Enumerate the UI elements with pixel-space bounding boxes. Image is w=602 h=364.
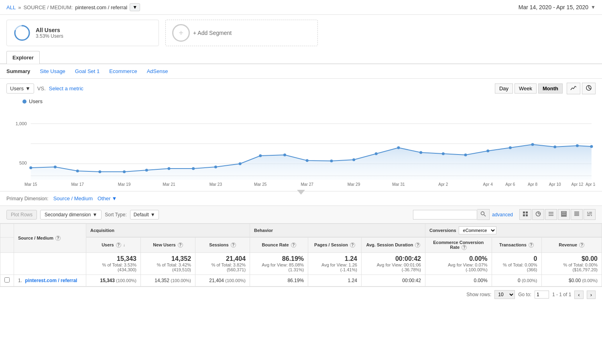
sessions-col-label: Sessions xyxy=(209,242,228,247)
total-sessions-sub: % of Total: 3.82% (560,371) xyxy=(199,262,246,272)
ecommerce-conv-help[interactable]: ? xyxy=(462,245,467,250)
dim-source-medium[interactable]: Source / Medium xyxy=(53,195,93,201)
svg-text:Apr 6: Apr 6 xyxy=(505,182,515,187)
view-pie-btn[interactable] xyxy=(532,209,544,220)
row-bounce-rate-value: 86.19% xyxy=(287,278,304,283)
svg-text:Apr 12: Apr 12 xyxy=(571,182,584,187)
dim-other-dropdown[interactable]: Other ▼ xyxy=(98,195,117,201)
sessions-help[interactable]: ? xyxy=(231,242,236,248)
row-new-users-pct: (100.00%) xyxy=(171,278,191,283)
sessions-col-header[interactable]: Sessions ? xyxy=(195,237,250,253)
total-new-users-cell: 14,352 % of Total: 3.42% (419,510) xyxy=(141,253,195,275)
total-sessions-value: 21,404 xyxy=(226,255,246,262)
svg-point-31 xyxy=(464,154,467,157)
transactions-col-header[interactable]: Transactions ? xyxy=(492,237,541,253)
subnav-summary[interactable]: Summary xyxy=(6,68,30,74)
breadcrumb-value: pinterest.com / referral xyxy=(75,4,127,10)
view-pivot-btn[interactable] xyxy=(558,209,570,220)
transactions-help[interactable]: ? xyxy=(529,242,534,248)
subnav-site-usage[interactable]: Site Usage xyxy=(40,68,65,74)
users-col-header[interactable]: Users ? ↓ xyxy=(86,237,141,253)
sort-dropdown[interactable]: Default ▼ xyxy=(130,210,159,220)
date-range[interactable]: Mar 14, 2020 - Apr 15, 2020 ▼ xyxy=(519,4,596,10)
select-metric-link[interactable]: Select a metric xyxy=(49,85,83,92)
time-btn-day[interactable]: Day xyxy=(495,83,513,94)
row-new-users-value: 14,352 xyxy=(155,278,169,283)
time-btn-month[interactable]: Month xyxy=(538,83,563,94)
view-extra-btn[interactable] xyxy=(584,209,596,220)
row-new-users: 14,352 (100.00%) xyxy=(141,275,195,287)
svg-point-27 xyxy=(375,153,378,155)
svg-point-36 xyxy=(576,144,579,147)
column-headers-row: Users ? ↓ New Users ? Sessions ? Bounce … xyxy=(0,237,602,253)
goto-input[interactable] xyxy=(535,291,549,299)
rows-per-page-select[interactable]: 10 25 50 100 xyxy=(494,290,515,299)
row-source-link[interactable]: pinterest.com / referral xyxy=(25,278,77,283)
secondary-dimension-dropdown[interactable]: Secondary dimension ▼ xyxy=(40,210,102,220)
time-btn-week[interactable]: Week xyxy=(515,83,537,94)
ecommerce-dropdown[interactable]: eCommerce xyxy=(459,226,496,234)
bounce-rate-col-header[interactable]: Bounce Rate ? xyxy=(250,237,308,253)
conversions-label: Conversions xyxy=(429,228,456,233)
row-revenue-pct: (0.00%) xyxy=(582,278,598,283)
svg-point-22 xyxy=(259,155,262,157)
avg-session-help[interactable]: ? xyxy=(415,242,420,248)
ecommerce-conv-col-label: Ecommerce Conversion Rate xyxy=(433,240,484,250)
new-users-col-header[interactable]: New Users ? xyxy=(141,237,195,253)
pages-session-col-header[interactable]: Pages / Session ? xyxy=(308,237,362,253)
pages-session-help[interactable]: ? xyxy=(350,242,355,248)
chart-collapse-handle[interactable] xyxy=(6,190,596,196)
prev-page-button[interactable]: ‹ xyxy=(574,291,583,299)
subnav-goal-set[interactable]: Goal Set 1 xyxy=(75,68,100,74)
total-pages-session-value: 1.24 xyxy=(345,255,357,262)
svg-text:Mar 31: Mar 31 xyxy=(392,182,405,187)
table-controls: Plot Rows Secondary dimension ▼ Sort Typ… xyxy=(0,205,602,224)
svg-point-37 xyxy=(590,145,593,148)
subnav-adsense[interactable]: AdSense xyxy=(147,68,168,74)
segments-bar: All Users 3.53% Users + + Add Segment xyxy=(0,15,602,51)
chart-container: 1,000 500 xyxy=(6,108,596,188)
ecommerce-conv-col-header[interactable]: Ecommerce Conversion Rate ? xyxy=(425,237,492,253)
explorer-tab-bar: Explorer xyxy=(0,51,602,64)
row-revenue: $0.00 (0.00%) xyxy=(541,275,602,287)
new-users-help[interactable]: ? xyxy=(178,242,183,248)
segment-name: All Users xyxy=(36,27,63,33)
svg-point-30 xyxy=(442,153,445,155)
svg-point-55 xyxy=(481,212,484,215)
view-compare-btn[interactable] xyxy=(571,209,583,220)
search-input[interactable] xyxy=(413,210,477,220)
line-chart-btn[interactable] xyxy=(567,83,580,94)
view-table-btn[interactable] xyxy=(519,209,531,220)
source-medium-help[interactable]: ? xyxy=(55,236,61,241)
date-chevron-icon: ▼ xyxy=(591,4,596,10)
total-users-cell: 15,343 % of Total: 3.53% (434,300) xyxy=(86,253,141,275)
bounce-rate-help[interactable]: ? xyxy=(291,242,296,248)
svg-line-4 xyxy=(589,88,591,89)
next-page-button[interactable]: › xyxy=(587,291,596,299)
pie-chart-btn[interactable] xyxy=(582,83,596,94)
revenue-col-header[interactable]: Revenue ? xyxy=(541,237,602,253)
breadcrumb-dropdown[interactable]: ▼ xyxy=(130,3,140,11)
subnav-ecommerce[interactable]: Ecommerce xyxy=(109,68,137,74)
total-avg-session-cell: 00:00:42 Avg for View: 00:01:06 (-36.78%… xyxy=(361,253,425,275)
add-segment-button[interactable]: + + Add Segment xyxy=(165,20,318,46)
breadcrumb: ALL » SOURCE / MEDIUM: pinterest.com / r… xyxy=(6,3,140,11)
avg-session-col-header[interactable]: Avg. Session Duration ? xyxy=(361,237,425,253)
search-button[interactable] xyxy=(477,209,490,220)
row-checkbox-input[interactable] xyxy=(4,277,10,283)
row-checkbox[interactable] xyxy=(0,275,14,287)
row-pages-session-value: 1.24 xyxy=(348,278,357,283)
plot-rows-button[interactable]: Plot Rows xyxy=(6,210,37,220)
total-transactions-sub: % of Total: 0.00% (366) xyxy=(496,262,537,272)
users-help[interactable]: ? xyxy=(116,242,121,248)
tab-explorer[interactable]: Explorer xyxy=(6,51,40,64)
advanced-link[interactable]: advanced xyxy=(492,212,513,218)
breadcrumb-all[interactable]: ALL xyxy=(6,4,16,10)
view-list-btn[interactable] xyxy=(545,209,557,220)
revenue-help[interactable]: ? xyxy=(579,242,584,248)
revenue-col-label: Revenue xyxy=(559,242,577,247)
show-rows-label: Show rows: xyxy=(466,292,491,297)
svg-point-32 xyxy=(486,150,489,153)
metric-dropdown[interactable]: Users ▼ xyxy=(6,83,34,94)
total-bounce-rate-cell: 86.19% Avg for View: 85.08% (1.31%) xyxy=(250,253,308,275)
